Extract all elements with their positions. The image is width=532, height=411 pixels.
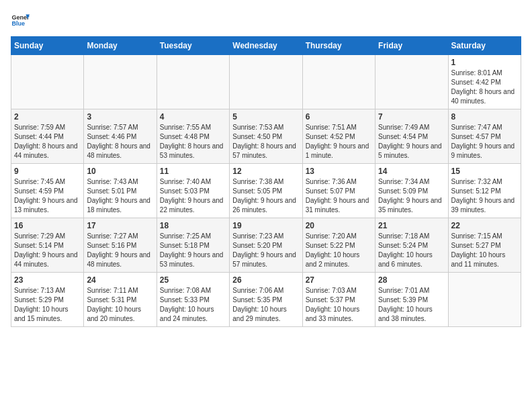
- day-info: Sunrise: 7:32 AM Sunset: 5:12 PM Dayligh…: [451, 177, 518, 215]
- day-number: 16: [14, 221, 81, 230]
- day-info: Sunrise: 8:01 AM Sunset: 4:42 PM Dayligh…: [451, 68, 518, 106]
- day-number: 27: [306, 275, 372, 285]
- day-number: 13: [306, 167, 372, 176]
- day-info: Sunrise: 7:53 AM Sunset: 4:50 PM Dayligh…: [232, 123, 299, 161]
- day-number: 2: [14, 112, 81, 122]
- day-number: 15: [451, 167, 518, 176]
- day-number: 5: [232, 112, 299, 122]
- week-row-3: 9Sunrise: 7:45 AM Sunset: 4:59 PM Daylig…: [11, 164, 521, 218]
- day-number: 25: [160, 275, 226, 285]
- day-info: Sunrise: 7:36 AM Sunset: 5:07 PM Dayligh…: [306, 177, 372, 215]
- day-number: 8: [451, 112, 518, 122]
- calendar-cell: 10Sunrise: 7:43 AM Sunset: 5:01 PM Dayli…: [84, 164, 157, 218]
- day-number: 9: [14, 167, 81, 176]
- week-row-2: 2Sunrise: 7:59 AM Sunset: 4:44 PM Daylig…: [11, 109, 521, 164]
- day-number: 4: [160, 112, 226, 122]
- day-number: 7: [378, 112, 445, 122]
- logo: General Blue: [11, 11, 32, 30]
- day-info: Sunrise: 7:15 AM Sunset: 5:27 PM Dayligh…: [451, 232, 518, 269]
- calendar-cell: [230, 55, 302, 109]
- day-number: 1: [451, 58, 518, 67]
- calendar-cell: 14Sunrise: 7:34 AM Sunset: 5:09 PM Dayli…: [375, 164, 448, 218]
- day-info: Sunrise: 7:11 AM Sunset: 5:31 PM Dayligh…: [87, 286, 153, 324]
- calendar-cell: 15Sunrise: 7:32 AM Sunset: 5:12 PM Dayli…: [448, 164, 521, 218]
- calendar-cell: 1Sunrise: 8:01 AM Sunset: 4:42 PM Daylig…: [448, 55, 521, 109]
- day-number: 24: [87, 275, 153, 285]
- calendar-cell: 8Sunrise: 7:47 AM Sunset: 4:57 PM Daylig…: [448, 109, 521, 164]
- calendar-cell: [448, 273, 521, 327]
- day-info: Sunrise: 7:57 AM Sunset: 4:46 PM Dayligh…: [87, 123, 153, 161]
- calendar-cell: 12Sunrise: 7:38 AM Sunset: 5:05 PM Dayli…: [230, 164, 302, 218]
- day-info: Sunrise: 7:29 AM Sunset: 5:14 PM Dayligh…: [14, 232, 81, 269]
- calendar-cell: 23Sunrise: 7:13 AM Sunset: 5:29 PM Dayli…: [11, 273, 84, 327]
- calendar-cell: [84, 55, 157, 109]
- day-number: 6: [306, 112, 372, 122]
- day-info: Sunrise: 7:27 AM Sunset: 5:16 PM Dayligh…: [87, 232, 153, 269]
- calendar-cell: 11Sunrise: 7:40 AM Sunset: 5:03 PM Dayli…: [157, 164, 229, 218]
- day-number: 12: [232, 167, 299, 176]
- calendar-cell: 28Sunrise: 7:01 AM Sunset: 5:39 PM Dayli…: [375, 273, 448, 327]
- calendar-cell: 6Sunrise: 7:51 AM Sunset: 4:52 PM Daylig…: [302, 109, 375, 164]
- svg-text:Blue: Blue: [11, 20, 25, 27]
- logo-icon: General Blue: [11, 11, 30, 30]
- calendar-cell: 9Sunrise: 7:45 AM Sunset: 4:59 PM Daylig…: [11, 164, 84, 218]
- weekday-header-friday: Friday: [375, 37, 448, 55]
- day-number: 11: [160, 167, 226, 176]
- calendar-cell: [375, 55, 448, 109]
- day-info: Sunrise: 7:49 AM Sunset: 4:54 PM Dayligh…: [378, 123, 445, 161]
- day-info: Sunrise: 7:45 AM Sunset: 4:59 PM Dayligh…: [14, 177, 81, 215]
- weekday-header-tuesday: Tuesday: [157, 37, 229, 55]
- calendar-cell: 2Sunrise: 7:59 AM Sunset: 4:44 PM Daylig…: [11, 109, 84, 164]
- day-info: Sunrise: 7:43 AM Sunset: 5:01 PM Dayligh…: [87, 177, 153, 215]
- day-info: Sunrise: 7:34 AM Sunset: 5:09 PM Dayligh…: [378, 177, 445, 215]
- day-number: 14: [378, 167, 445, 176]
- day-number: 23: [14, 275, 81, 285]
- calendar-cell: 17Sunrise: 7:27 AM Sunset: 5:16 PM Dayli…: [84, 218, 157, 273]
- day-info: Sunrise: 7:01 AM Sunset: 5:39 PM Dayligh…: [378, 286, 445, 324]
- page-header: General Blue: [11, 11, 521, 30]
- weekday-header-saturday: Saturday: [448, 37, 521, 55]
- calendar-cell: 16Sunrise: 7:29 AM Sunset: 5:14 PM Dayli…: [11, 218, 84, 273]
- day-info: Sunrise: 7:51 AM Sunset: 4:52 PM Dayligh…: [306, 123, 372, 161]
- calendar-cell: 19Sunrise: 7:23 AM Sunset: 5:20 PM Dayli…: [230, 218, 302, 273]
- week-row-5: 23Sunrise: 7:13 AM Sunset: 5:29 PM Dayli…: [11, 273, 521, 327]
- day-number: 26: [232, 275, 299, 285]
- day-info: Sunrise: 7:59 AM Sunset: 4:44 PM Dayligh…: [14, 123, 81, 161]
- calendar-cell: [302, 55, 375, 109]
- day-info: Sunrise: 7:47 AM Sunset: 4:57 PM Dayligh…: [451, 123, 518, 161]
- day-number: 20: [306, 221, 372, 230]
- calendar: SundayMondayTuesdayWednesdayThursdayFrid…: [11, 36, 521, 327]
- day-number: 10: [87, 167, 153, 176]
- calendar-cell: 7Sunrise: 7:49 AM Sunset: 4:54 PM Daylig…: [375, 109, 448, 164]
- day-info: Sunrise: 7:06 AM Sunset: 5:35 PM Dayligh…: [232, 286, 299, 324]
- day-info: Sunrise: 7:40 AM Sunset: 5:03 PM Dayligh…: [160, 177, 226, 215]
- calendar-cell: 24Sunrise: 7:11 AM Sunset: 5:31 PM Dayli…: [84, 273, 157, 327]
- weekday-header-monday: Monday: [84, 37, 157, 55]
- weekday-header-wednesday: Wednesday: [230, 37, 302, 55]
- day-number: 17: [87, 221, 153, 230]
- calendar-cell: [11, 55, 84, 109]
- calendar-cell: [157, 55, 229, 109]
- day-number: 21: [378, 221, 445, 230]
- day-info: Sunrise: 7:08 AM Sunset: 5:33 PM Dayligh…: [160, 286, 226, 324]
- day-info: Sunrise: 7:18 AM Sunset: 5:24 PM Dayligh…: [378, 232, 445, 269]
- calendar-cell: 18Sunrise: 7:25 AM Sunset: 5:18 PM Dayli…: [157, 218, 229, 273]
- day-info: Sunrise: 7:20 AM Sunset: 5:22 PM Dayligh…: [306, 232, 372, 269]
- calendar-cell: 13Sunrise: 7:36 AM Sunset: 5:07 PM Dayli…: [302, 164, 375, 218]
- day-number: 18: [160, 221, 226, 230]
- calendar-cell: 22Sunrise: 7:15 AM Sunset: 5:27 PM Dayli…: [448, 218, 521, 273]
- weekday-header-thursday: Thursday: [302, 37, 375, 55]
- day-info: Sunrise: 7:03 AM Sunset: 5:37 PM Dayligh…: [306, 286, 372, 324]
- calendar-cell: 4Sunrise: 7:55 AM Sunset: 4:48 PM Daylig…: [157, 109, 229, 164]
- day-number: 19: [232, 221, 299, 230]
- day-number: 22: [451, 221, 518, 230]
- calendar-cell: 5Sunrise: 7:53 AM Sunset: 4:50 PM Daylig…: [230, 109, 302, 164]
- week-row-1: 1Sunrise: 8:01 AM Sunset: 4:42 PM Daylig…: [11, 55, 521, 109]
- day-info: Sunrise: 7:13 AM Sunset: 5:29 PM Dayligh…: [14, 286, 81, 324]
- calendar-cell: 20Sunrise: 7:20 AM Sunset: 5:22 PM Dayli…: [302, 218, 375, 273]
- day-number: 3: [87, 112, 153, 122]
- calendar-cell: 26Sunrise: 7:06 AM Sunset: 5:35 PM Dayli…: [230, 273, 302, 327]
- calendar-cell: 21Sunrise: 7:18 AM Sunset: 5:24 PM Dayli…: [375, 218, 448, 273]
- week-row-4: 16Sunrise: 7:29 AM Sunset: 5:14 PM Dayli…: [11, 218, 521, 273]
- day-number: 28: [378, 275, 445, 285]
